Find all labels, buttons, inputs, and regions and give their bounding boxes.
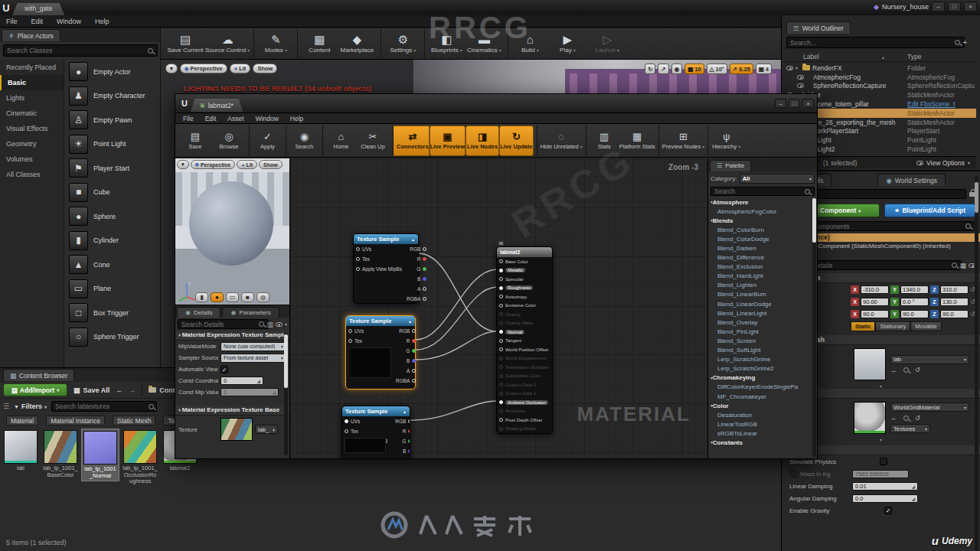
placeable-item[interactable]: ▭ Plane	[64, 277, 160, 302]
material-output-pin[interactable]: World Position Offset	[497, 345, 552, 354]
collapse-icon[interactable]: ▲	[403, 409, 407, 414]
material-output-pin[interactable]: Tessellation Multiplier	[497, 363, 552, 372]
material-output-pin[interactable]: Roughness	[497, 284, 552, 293]
preview-shape-button[interactable]: ▭	[226, 292, 239, 302]
place-actors-search-input[interactable]	[3, 44, 158, 57]
snap-button[interactable]: ↗	[658, 64, 668, 74]
enable-gravity-checkbox[interactable]: ✓	[884, 507, 892, 514]
mipvalue-dropdown[interactable]: None (use computed)▾	[220, 342, 286, 351]
texture-sample-node[interactable]: Texture Sample▲ UVsTexApply View MipBias…	[341, 406, 410, 458]
tab-me-parameters[interactable]: ◉Parameters	[222, 307, 279, 318]
maximize-button[interactable]: □	[789, 99, 800, 108]
palette-item[interactable]: Desaturation	[708, 410, 817, 419]
category-item[interactable]: Lights	[0, 90, 64, 106]
menu-item[interactable]: Edit	[205, 115, 217, 122]
mobility-option[interactable]: Stationary	[875, 321, 910, 331]
world-outliner-tab[interactable]: ☰ World Outliner	[786, 21, 851, 34]
preview-lit-button[interactable]: ●Lit	[237, 160, 257, 169]
palette-item[interactable]: Blend_Darken	[708, 243, 817, 253]
menu-item[interactable]: Window	[57, 18, 81, 25]
transform-x-value[interactable]: 90.00	[861, 298, 889, 306]
snap-button[interactable]: △ 10°	[707, 64, 727, 74]
node-input-pin[interactable]: UVs	[346, 326, 394, 336]
menu-item[interactable]: Help	[290, 115, 303, 122]
material-output-pin[interactable]: Custom Data 1	[497, 390, 552, 399]
me-details-scrollbar[interactable]	[284, 333, 288, 455]
palette-item[interactable]: sRGBToLinear	[708, 429, 817, 438]
tab-world-settings[interactable]: ◉World Settings	[877, 174, 946, 186]
details-scrollbar[interactable]	[975, 176, 978, 551]
me-toolbar-button[interactable]: ↻ Live Update	[499, 126, 534, 156]
outliner-search-input[interactable]	[786, 37, 965, 48]
me-toolbar-button[interactable]: ▣ Live Preview	[430, 126, 466, 156]
palette-item[interactable]: Color	[708, 401, 817, 410]
placeable-item[interactable]: ▲ Cone	[64, 253, 160, 277]
me-search-details-input[interactable]	[178, 319, 269, 329]
automatic-checkbox[interactable]: ✓	[220, 366, 228, 373]
category-item[interactable]: Basic	[0, 75, 64, 90]
palette-item[interactable]: Blend_ColorBurn	[708, 225, 817, 234]
close-button[interactable]: ×	[802, 99, 814, 108]
category-item[interactable]: All Classes	[0, 167, 64, 182]
toolbar-button[interactable]: ▬ Cinematics▾	[464, 29, 504, 58]
palette-item[interactable]: Chromakeying	[708, 373, 817, 383]
textures-dropdown[interactable]: Textures▾	[890, 424, 930, 433]
material-output-pin[interactable]: Base Color	[497, 257, 552, 266]
material-output-pin[interactable]: Refraction	[497, 407, 552, 416]
outliner-row[interactable]: ▾ RenderFX Folder	[782, 64, 976, 73]
level-tab[interactable]: with_gate	[12, 3, 64, 15]
blueprint-add-script-button[interactable]: ⚭Blueprint/Add Script	[884, 204, 975, 217]
outliner-col-type[interactable]: Type	[907, 53, 976, 60]
palette-search-input[interactable]	[710, 187, 815, 196]
minimize-button[interactable]: –	[932, 2, 945, 11]
save-all-button[interactable]: ▤Save All	[74, 386, 109, 394]
material-combo[interactable]: WorldGridMaterial▾	[890, 403, 969, 412]
material-output-pin[interactable]: Custom Data 0	[497, 380, 552, 390]
settings-grid-icon[interactable]: ▦	[959, 262, 966, 269]
texture-thumbnail[interactable]	[220, 418, 253, 441]
material-output-pin[interactable]: Metallic	[497, 266, 552, 276]
node-input-pin[interactable]: Apply View MipBias	[354, 264, 404, 274]
me-toolbar-button[interactable]: ◌ Hide Unrelated▾	[537, 126, 583, 156]
tab-me-details[interactable]: ◉Details	[177, 307, 220, 318]
node-output-pin[interactable]: B	[390, 446, 410, 456]
placeable-item[interactable]: ⚑ Player Start	[64, 156, 160, 181]
palette-item[interactable]: Blend_Exclusion	[708, 262, 817, 272]
filters-button[interactable]: ▼ Filters▾	[14, 403, 47, 410]
node-output-pin[interactable]: RGBA	[404, 294, 429, 304]
palette-item[interactable]: Blend_HardLight	[708, 272, 817, 281]
texture-sample-section[interactable]: Material Expression Texture Sample	[175, 331, 289, 341]
asset-tile[interactable]: lab	[2, 429, 40, 474]
outliner-row[interactable]: SphereReflectionCapture SphereReflection…	[782, 82, 976, 91]
material-graph[interactable]: Zoom -3 MATERIAL Texture Sample▲ UVsTexA…	[290, 158, 709, 458]
me-toolbar-button[interactable]: ▦ Platform Stats	[619, 126, 655, 156]
palette-item[interactable]: Blend_LinearLight	[708, 308, 817, 318]
me-toolbar-button[interactable]: ⌂ Home	[322, 126, 356, 156]
me-toolbar-button[interactable]: ▤ Save	[178, 126, 212, 156]
material-output-pin[interactable]: Opacity	[497, 310, 552, 319]
use-selected-icon[interactable]: ←	[890, 414, 897, 422]
placeable-item[interactable]: ♟ Empty Character	[64, 84, 160, 109]
create-folder-icon[interactable]: +	[962, 38, 967, 47]
palette-item[interactable]: Blend_Overlay	[708, 318, 817, 327]
palette-item[interactable]: MF_Chromakeyer	[708, 392, 817, 401]
menu-item[interactable]: Edit	[31, 18, 44, 25]
toolbar-button[interactable]: ◆ Marketplace	[337, 29, 377, 58]
menu-item[interactable]: Help	[95, 18, 109, 25]
preview-show-button[interactable]: Show	[259, 160, 283, 169]
palette-item[interactable]: Blends	[708, 216, 817, 225]
sampler-source-dropdown[interactable]: From texture asset▾	[220, 354, 286, 363]
transform-y-value[interactable]: 1340.0	[900, 285, 929, 294]
me-toolbar-button[interactable]: ✓ Apply	[249, 126, 283, 156]
preview-shape-button[interactable]: ■	[241, 292, 254, 302]
palette-item[interactable]: AtmosphericFogColor	[708, 207, 817, 216]
content-browser-tab[interactable]: ▦ Content Browser	[3, 369, 74, 381]
me-toolbar-button[interactable]: ⊞ Preview Nodes▾	[658, 126, 704, 156]
category-item[interactable]: Recently Placed	[0, 60, 64, 75]
palette-item[interactable]: Lerp_ScratchGrime	[708, 355, 817, 364]
collapse-icon[interactable]: ▲	[408, 319, 412, 324]
material-output-pin[interactable]: Tangent	[497, 337, 552, 346]
toolbar-button[interactable]: ▦ Content	[297, 29, 337, 58]
book-icon[interactable]: ▥	[266, 321, 273, 328]
material-output-pin[interactable]: Pixel Depth Offset	[497, 416, 552, 425]
